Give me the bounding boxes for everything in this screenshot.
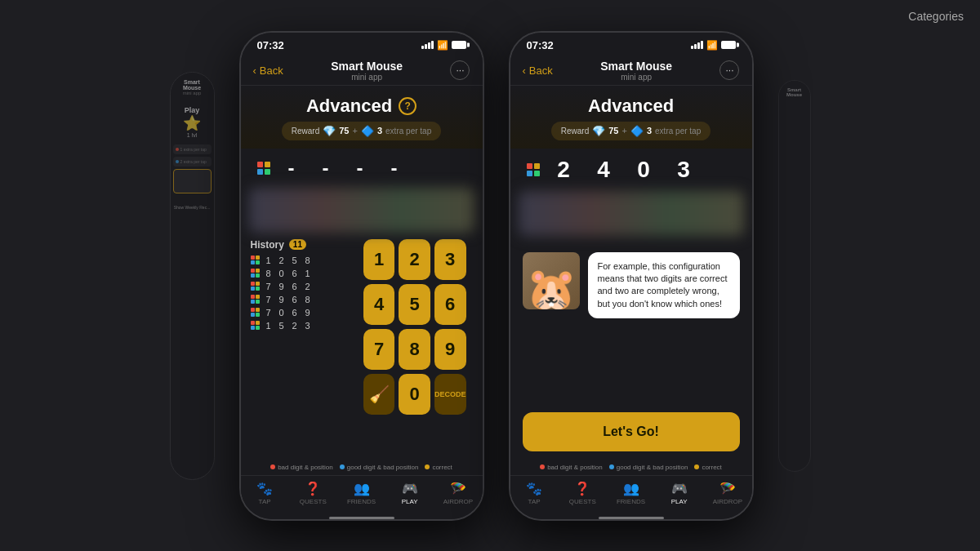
airdrop-label-2: AIRDROP <box>713 498 742 505</box>
num-btn-1[interactable]: 1 <box>363 239 395 280</box>
airdrop-label: AIRDROP <box>443 498 473 505</box>
broom-icon: 🧹 <box>369 384 390 404</box>
legend-dot-good <box>340 464 345 469</box>
play-icon: 🎮 <box>402 481 418 496</box>
tap-icon: 🐾 <box>256 481 273 496</box>
signal-bars-2 <box>691 41 703 49</box>
wifi-icon-2: 📶 <box>706 40 718 51</box>
gem-icon-2: 💎 <box>592 125 605 137</box>
reward-num-1: 75 <box>339 126 349 136</box>
row-nums-2: 8 0 6 1 <box>264 269 313 278</box>
num-btn-6[interactable]: 6 <box>434 284 466 325</box>
battery-icon-2 <box>721 41 736 49</box>
code-dash-4: - <box>383 157 406 180</box>
help-button-1[interactable]: ? <box>399 97 416 115</box>
row-nums-1: 1 2 5 8 <box>264 256 313 265</box>
status-time-1: 07:32 <box>257 39 284 51</box>
nav-tap[interactable]: 🐾 TAP <box>241 481 289 505</box>
more-button-1[interactable]: ··· <box>450 60 470 80</box>
tap-label: TAP <box>259 498 271 505</box>
row-grid-5 <box>251 308 261 318</box>
nav-friends[interactable]: 👥 FRIENDS <box>337 481 385 505</box>
play-label-2: PLAY <box>671 498 688 505</box>
row-grid-3 <box>251 282 261 291</box>
signal-bar-1 <box>421 46 424 49</box>
reward-num-4: 3 <box>647 126 652 136</box>
tap-icon-2: 🐾 <box>526 481 542 496</box>
grid-icon-2 <box>527 163 540 176</box>
quests-label-2: QUESTS <box>569 498 596 505</box>
grid-dot-4 <box>265 169 270 175</box>
legend-text-correct: correct <box>432 464 452 471</box>
num-btn-3[interactable]: 3 <box>434 239 466 280</box>
home-indicator-1 <box>329 517 394 519</box>
legend-text-good-2: good digit & bad position <box>617 464 688 471</box>
legend-dot-correct-2 <box>694 464 699 469</box>
nav-play[interactable]: 🎮 PLAY <box>385 481 434 505</box>
legend-item-bad-2: bad digit & position <box>540 464 603 471</box>
row-grid-1 <box>251 256 261 265</box>
battery-icon <box>452 41 466 49</box>
nav-airdrop-2[interactable]: 🪂 AIRDROP <box>703 481 751 505</box>
status-time-2: 07:32 <box>527 39 554 51</box>
num-btn-7[interactable]: 7 <box>363 329 395 370</box>
legend-item-correct: correct <box>425 464 452 471</box>
blurred-background-1 <box>249 188 474 233</box>
quests-label: QUESTS <box>300 498 327 505</box>
lets-go-button[interactable]: Let's Go! <box>523 412 740 451</box>
back-button-1[interactable]: ‹ Back <box>253 64 283 77</box>
code-dash-1: - <box>280 157 303 180</box>
nav-tap-2[interactable]: 🐾 TAP <box>510 481 559 505</box>
nav-play-2[interactable]: 🎮 PLAY <box>655 481 703 505</box>
code-num-4: 3 <box>670 157 698 183</box>
code-dash-2: - <box>314 157 337 180</box>
legend-item-good-2: good digit & bad position <box>609 464 688 471</box>
history-section: History 11 1 <box>241 233 483 460</box>
decode-button[interactable]: DECODE <box>434 374 466 415</box>
nav-title-block-2: Smart Mouse mini app <box>600 60 672 82</box>
reward-bar-1: Reward 💎 75 + 🔷 3 extra per tap <box>282 122 441 140</box>
home-indicator-2 <box>599 517 664 519</box>
status-icons-2: 📶 <box>691 40 736 51</box>
reward-num-2: 3 <box>377 126 382 136</box>
num-btn-9[interactable]: 9 <box>434 329 466 370</box>
advanced-title-row: Advanced ? <box>257 96 466 117</box>
nav-title-2: Smart Mouse <box>600 60 672 73</box>
quests-icon: ❓ <box>305 481 321 496</box>
clear-button[interactable]: 🧹 <box>363 374 395 415</box>
phone-1: 07:32 📶 ‹ Back Smart Mouse mini app <box>239 31 484 521</box>
row-nums-4: 7 9 6 8 <box>264 295 313 304</box>
legend-item-correct-2: correct <box>694 464 721 471</box>
phone-2: 07:32 📶 ‹ Back Smart Mouse mini app <box>509 31 754 521</box>
nav-quests[interactable]: ❓ QUESTS <box>289 481 337 505</box>
grid-dot-3 <box>257 169 263 175</box>
more-button-2[interactable]: ··· <box>719 60 739 80</box>
legend-text-bad-2: bad digit & position <box>547 464 603 471</box>
back-button-2[interactable]: ‹ Back <box>523 64 553 77</box>
gem-icon-1: 💎 <box>323 125 336 137</box>
friends-icon: 👥 <box>354 481 370 496</box>
num-btn-4[interactable]: 4 <box>363 284 395 325</box>
code-dash-3: - <box>349 157 372 180</box>
legend-dot-bad-2 <box>540 464 545 469</box>
num-btn-0[interactable]: 0 <box>399 374 430 415</box>
legend-1: bad digit & position good digit & bad po… <box>241 460 483 475</box>
row-grid-4 <box>251 295 261 304</box>
code-row-1: - - - - <box>241 149 483 188</box>
nav-subtitle-2: mini app <box>600 73 672 82</box>
history-row: 7 0 6 9 <box>251 308 350 318</box>
chevron-left-icon-2: ‹ <box>523 64 526 77</box>
code-num-2: 4 <box>590 157 618 183</box>
num-btn-8[interactable]: 8 <box>399 329 430 370</box>
num-btn-2[interactable]: 2 <box>399 239 430 280</box>
history-row: 8 0 6 1 <box>251 269 350 278</box>
advanced-title-2: Advanced <box>588 96 674 117</box>
nav-airdrop[interactable]: 🪂 AIRDROP <box>434 481 482 505</box>
legend-dot-bad <box>270 464 275 469</box>
num-btn-5[interactable]: 5 <box>399 284 430 325</box>
row-nums-5: 7 0 6 9 <box>264 308 313 318</box>
code-numbers: 2 4 0 3 <box>550 157 736 183</box>
nav-quests-2[interactable]: ❓ QUESTS <box>559 481 607 505</box>
play-label: PLAY <box>402 498 418 505</box>
nav-friends-2[interactable]: 👥 FRIENDS <box>607 481 655 505</box>
